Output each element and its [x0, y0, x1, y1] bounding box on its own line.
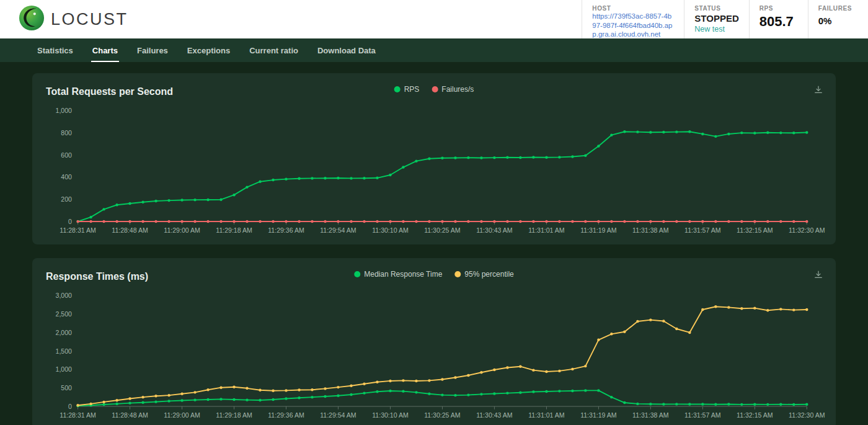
- svg-text:11:32:30 AM: 11:32:30 AM: [789, 226, 825, 234]
- svg-text:11:30:10 AM: 11:30:10 AM: [372, 226, 408, 234]
- chart-legend: RPSFailures/s: [394, 85, 474, 94]
- svg-text:11:30:25 AM: 11:30:25 AM: [424, 411, 460, 419]
- svg-text:11:29:00 AM: 11:29:00 AM: [164, 411, 200, 419]
- svg-text:11:30:10 AM: 11:30:10 AM: [372, 411, 408, 419]
- legend-item[interactable]: Median Response Time: [354, 270, 442, 279]
- svg-text:11:31:19 AM: 11:31:19 AM: [580, 411, 616, 419]
- svg-text:11:32:15 AM: 11:32:15 AM: [737, 226, 773, 234]
- svg-text:11:31:01 AM: 11:31:01 AM: [528, 226, 564, 234]
- legend-dot-icon: [454, 271, 461, 277]
- svg-text:2,500: 2,500: [56, 310, 73, 318]
- svg-text:0: 0: [68, 218, 72, 225]
- status-label: STATUS: [694, 5, 738, 12]
- rps-value: 805.7: [760, 14, 798, 30]
- svg-text:11:31:57 AM: 11:31:57 AM: [684, 226, 720, 234]
- svg-text:11:31:38 AM: 11:31:38 AM: [632, 226, 668, 234]
- brand-wordmark: LOCUST: [51, 10, 128, 29]
- svg-text:600: 600: [61, 151, 72, 159]
- chart-legend: Median Response Time95% percentile: [354, 270, 513, 279]
- svg-text:11:32:30 AM: 11:32:30 AM: [789, 411, 825, 419]
- response-times-chart-plot: 05001,0001,5002,0002,5003,00011:28:31 AM…: [41, 286, 827, 425]
- tab-exceptions[interactable]: Exceptions: [186, 38, 231, 62]
- failures-value: 0%: [818, 16, 852, 26]
- svg-text:11:29:36 AM: 11:29:36 AM: [268, 411, 304, 419]
- legend-item[interactable]: Failures/s: [432, 85, 474, 94]
- svg-text:11:28:31 AM: 11:28:31 AM: [60, 411, 95, 419]
- locust-app: LOCUST HOST https://739f53ac-8857-4b97-9…: [0, 0, 868, 425]
- download-chart-button[interactable]: [811, 83, 826, 99]
- legend-item[interactable]: RPS: [394, 85, 420, 94]
- chart-header: Total Requests per Second RPSFailures/s: [41, 83, 827, 101]
- status-panel: STATUS STOPPED New test: [684, 0, 748, 38]
- svg-text:11:28:48 AM: 11:28:48 AM: [112, 411, 148, 419]
- svg-text:200: 200: [61, 195, 72, 203]
- legend-label: RPS: [404, 85, 420, 94]
- svg-text:1,000: 1,000: [56, 107, 73, 114]
- svg-text:11:29:00 AM: 11:29:00 AM: [164, 226, 200, 234]
- legend-dot-icon: [432, 86, 438, 92]
- svg-text:11:29:54 AM: 11:29:54 AM: [320, 226, 356, 234]
- svg-text:11:31:01 AM: 11:31:01 AM: [528, 411, 564, 419]
- tab-charts[interactable]: Charts: [91, 38, 119, 62]
- legend-item[interactable]: 95% percentile: [454, 270, 513, 279]
- top-header: LOCUST HOST https://739f53ac-8857-4b97-9…: [0, 0, 868, 38]
- svg-text:11:31:57 AM: 11:31:57 AM: [684, 411, 720, 419]
- svg-text:11:31:38 AM: 11:31:38 AM: [632, 411, 668, 419]
- svg-text:11:31:19 AM: 11:31:19 AM: [580, 226, 616, 234]
- download-chart-button[interactable]: [811, 267, 826, 284]
- rps-chart-plot: 02004006008001,00011:28:31 AM11:28:48 AM…: [41, 101, 827, 242]
- rps-label: RPS: [760, 5, 798, 12]
- svg-text:1,000: 1,000: [56, 365, 73, 373]
- legend-label: Median Response Time: [364, 270, 442, 279]
- chart-panel: Total Requests per Second RPSFailures/s …: [32, 73, 836, 244]
- chart-title: Total Requests per Second: [41, 86, 173, 97]
- tab-download-data[interactable]: Download Data: [316, 38, 377, 62]
- header-stats: HOST https://739f53ac-8857-4b97-987f-4f6…: [582, 0, 868, 38]
- svg-text:11:28:48 AM: 11:28:48 AM: [112, 226, 148, 234]
- download-icon: [813, 272, 823, 282]
- tab-statistics[interactable]: Statistics: [36, 38, 74, 62]
- svg-text:400: 400: [61, 173, 72, 181]
- status-value: STOPPED: [694, 13, 738, 24]
- legend-label: Failures/s: [441, 85, 474, 94]
- chart-title: Response Times (ms): [41, 271, 148, 282]
- download-icon: [813, 87, 823, 97]
- svg-text:11:30:25 AM: 11:30:25 AM: [424, 226, 460, 234]
- svg-text:2,000: 2,000: [56, 328, 73, 336]
- legend-dot-icon: [354, 271, 360, 277]
- svg-text:11:28:31 AM: 11:28:31 AM: [60, 226, 95, 234]
- tab-current-ratio[interactable]: Current ratio: [248, 38, 299, 62]
- svg-text:0: 0: [68, 403, 72, 410]
- legend-label: 95% percentile: [464, 270, 513, 279]
- svg-text:11:30:43 AM: 11:30:43 AM: [476, 411, 512, 419]
- host-label: HOST: [592, 5, 674, 12]
- locust-logo-icon: [19, 5, 45, 34]
- tab-failures[interactable]: Failures: [136, 38, 169, 62]
- svg-text:11:29:18 AM: 11:29:18 AM: [216, 226, 252, 234]
- legend-dot-icon: [394, 86, 401, 92]
- host-panel: HOST https://739f53ac-8857-4b97-987f-4f6…: [582, 0, 684, 38]
- svg-text:11:29:36 AM: 11:29:36 AM: [268, 226, 304, 234]
- host-url-link[interactable]: https://739f53ac-8857-4b97-987f-4f664fba…: [592, 12, 674, 38]
- main-content: Total Requests per Second RPSFailures/s …: [0, 62, 868, 425]
- failures-label: FAILURES: [818, 5, 852, 12]
- svg-text:800: 800: [61, 129, 72, 136]
- svg-text:11:32:15 AM: 11:32:15 AM: [737, 411, 773, 419]
- chart-panel: Response Times (ms) Median Response Time…: [32, 258, 836, 425]
- svg-text:500: 500: [61, 384, 72, 391]
- rps-panel: RPS 805.7: [749, 0, 808, 38]
- svg-text:1,500: 1,500: [56, 347, 73, 354]
- svg-text:3,000: 3,000: [56, 292, 73, 299]
- svg-text:11:29:18 AM: 11:29:18 AM: [216, 411, 252, 419]
- chart-header: Response Times (ms) Median Response Time…: [41, 267, 827, 286]
- brand: LOCUST: [19, 5, 128, 34]
- new-test-link[interactable]: New test: [694, 25, 738, 34]
- tab-bar: StatisticsChartsFailuresExceptionsCurren…: [0, 38, 868, 62]
- failures-panel: FAILURES 0%: [808, 0, 862, 38]
- svg-text:11:30:43 AM: 11:30:43 AM: [476, 226, 512, 234]
- svg-text:11:29:54 AM: 11:29:54 AM: [320, 411, 356, 419]
